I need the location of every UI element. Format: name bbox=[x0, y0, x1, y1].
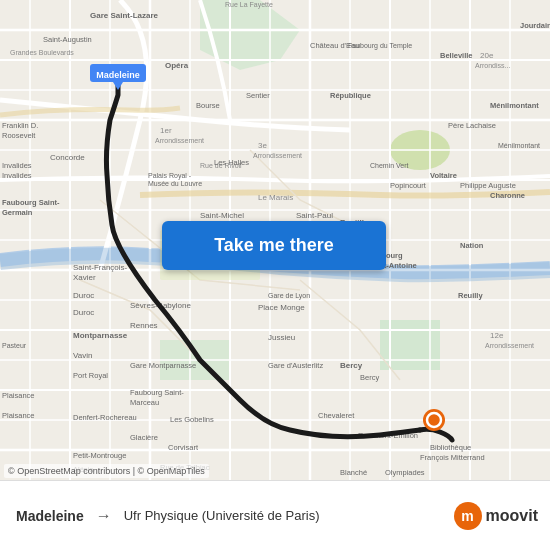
svg-text:Faubourg Saint-: Faubourg Saint- bbox=[130, 388, 184, 397]
svg-text:Duroc: Duroc bbox=[73, 308, 94, 317]
svg-text:Duroc: Duroc bbox=[73, 291, 94, 300]
svg-text:Gare d'Austerlitz: Gare d'Austerlitz bbox=[268, 361, 323, 370]
svg-text:Montparnasse: Montparnasse bbox=[73, 331, 128, 340]
svg-text:Les Halles: Les Halles bbox=[214, 158, 249, 167]
svg-text:Saint-Paul: Saint-Paul bbox=[296, 211, 333, 220]
svg-text:République: République bbox=[330, 91, 371, 100]
svg-text:Denfert-Rochereau: Denfert-Rochereau bbox=[73, 413, 137, 422]
svg-point-119 bbox=[427, 413, 441, 427]
moovit-logo-icon: m bbox=[454, 502, 482, 530]
svg-text:Popincourt: Popincourt bbox=[390, 181, 427, 190]
svg-text:Concorde: Concorde bbox=[50, 153, 85, 162]
svg-text:Pasteur: Pasteur bbox=[2, 342, 27, 349]
svg-text:1er: 1er bbox=[160, 126, 172, 135]
take-me-there-button[interactable]: Take me there bbox=[162, 221, 386, 270]
svg-text:Blanché: Blanché bbox=[340, 468, 367, 477]
svg-text:Bercy: Bercy bbox=[340, 361, 363, 370]
svg-text:Madeleine: Madeleine bbox=[96, 70, 140, 80]
svg-text:Franklin D.: Franklin D. bbox=[2, 121, 38, 130]
svg-text:Jussieu: Jussieu bbox=[268, 333, 295, 342]
svg-text:Belleville: Belleville bbox=[440, 51, 473, 60]
svg-text:Charonne: Charonne bbox=[490, 191, 525, 200]
svg-text:Nation: Nation bbox=[460, 241, 484, 250]
svg-text:Reuilly: Reuilly bbox=[458, 291, 483, 300]
svg-text:Gare Montparnasse: Gare Montparnasse bbox=[130, 361, 196, 370]
svg-text:François Mitterrand: François Mitterrand bbox=[420, 453, 485, 462]
svg-text:Jourdain: Jourdain bbox=[520, 21, 550, 30]
svg-text:Saint-Augustin: Saint-Augustin bbox=[43, 35, 92, 44]
svg-text:Musée du Louvre: Musée du Louvre bbox=[148, 180, 202, 187]
svg-text:Ménilmontant: Ménilmontant bbox=[490, 101, 539, 110]
bottom-bar: Madeleine → Ufr Physique (Université de … bbox=[0, 480, 550, 550]
svg-text:Philippe Auguste: Philippe Auguste bbox=[460, 181, 516, 190]
arrow-icon: → bbox=[96, 507, 112, 525]
svg-text:Olympiades: Olympiades bbox=[385, 468, 425, 477]
svg-text:Faubourg du Temple: Faubourg du Temple bbox=[348, 42, 412, 50]
svg-text:Bourse: Bourse bbox=[196, 101, 220, 110]
svg-text:Petit-Montrouge: Petit-Montrouge bbox=[73, 451, 126, 460]
svg-text:Opéra: Opéra bbox=[165, 61, 189, 70]
svg-text:Germain: Germain bbox=[2, 208, 33, 217]
svg-text:Invalides: Invalides bbox=[2, 171, 32, 180]
svg-text:Glacière: Glacière bbox=[130, 433, 158, 442]
svg-text:Les Gobelins: Les Gobelins bbox=[170, 415, 214, 424]
svg-text:Faubourg Saint-: Faubourg Saint- bbox=[2, 198, 60, 207]
moovit-logo: m moovit bbox=[454, 502, 538, 530]
svg-text:Bibliothèque: Bibliothèque bbox=[430, 443, 471, 452]
svg-text:Port Royal: Port Royal bbox=[73, 371, 108, 380]
svg-text:12e: 12e bbox=[490, 331, 504, 340]
svg-text:Roosevelt: Roosevelt bbox=[2, 131, 36, 140]
svg-text:Gare de Lyon: Gare de Lyon bbox=[268, 292, 310, 300]
svg-text:Chemin Vert: Chemin Vert bbox=[370, 162, 409, 169]
svg-text:Plaisance: Plaisance bbox=[2, 391, 35, 400]
svg-text:Sentier: Sentier bbox=[246, 91, 270, 100]
svg-text:Saint-Michel: Saint-Michel bbox=[200, 211, 244, 220]
svg-text:Rue La Fayette: Rue La Fayette bbox=[225, 1, 273, 9]
destination-label: Ufr Physique (Université de Paris) bbox=[124, 508, 320, 523]
svg-text:Xavier: Xavier bbox=[73, 273, 96, 282]
svg-text:Ménilmontant: Ménilmontant bbox=[498, 142, 540, 149]
svg-text:Voltaire: Voltaire bbox=[430, 171, 457, 180]
svg-text:Marceau: Marceau bbox=[130, 398, 159, 407]
svg-text:20e: 20e bbox=[480, 51, 494, 60]
svg-text:Invalides: Invalides bbox=[2, 161, 32, 170]
moovit-logo-text: moovit bbox=[486, 507, 538, 525]
svg-text:3e: 3e bbox=[258, 141, 267, 150]
svg-text:Père Lachaise: Père Lachaise bbox=[448, 121, 496, 130]
svg-text:Vavin: Vavin bbox=[73, 351, 92, 360]
map-container: Rue La Fayette Grandes Boulevards Rue de… bbox=[0, 0, 550, 480]
svg-text:Arrondissement: Arrondissement bbox=[485, 342, 534, 349]
svg-text:Place Monge: Place Monge bbox=[258, 303, 305, 312]
svg-text:Chevaleret: Chevaleret bbox=[318, 411, 355, 420]
svg-text:Arrondissement: Arrondissement bbox=[155, 137, 204, 144]
svg-text:Bercy: Bercy bbox=[360, 373, 379, 382]
svg-text:Gare Saint-Lazare: Gare Saint-Lazare bbox=[90, 11, 159, 20]
svg-text:Corvisart: Corvisart bbox=[168, 443, 199, 452]
origin-label: Madeleine bbox=[16, 508, 84, 524]
svg-text:Rennes: Rennes bbox=[130, 321, 158, 330]
svg-text:Arrondiss...: Arrondiss... bbox=[475, 62, 510, 69]
svg-text:Grandes Boulevards: Grandes Boulevards bbox=[10, 49, 74, 56]
svg-text:Saint-François-: Saint-François- bbox=[73, 263, 128, 272]
svg-text:Arrondissement: Arrondissement bbox=[253, 152, 302, 159]
map-attribution: © OpenStreetMap contributors | © OpenMap… bbox=[4, 464, 209, 478]
svg-text:Le Marais: Le Marais bbox=[258, 193, 293, 202]
svg-text:Plaisance: Plaisance bbox=[2, 411, 35, 420]
svg-text:Palais Royal -: Palais Royal - bbox=[148, 172, 192, 180]
